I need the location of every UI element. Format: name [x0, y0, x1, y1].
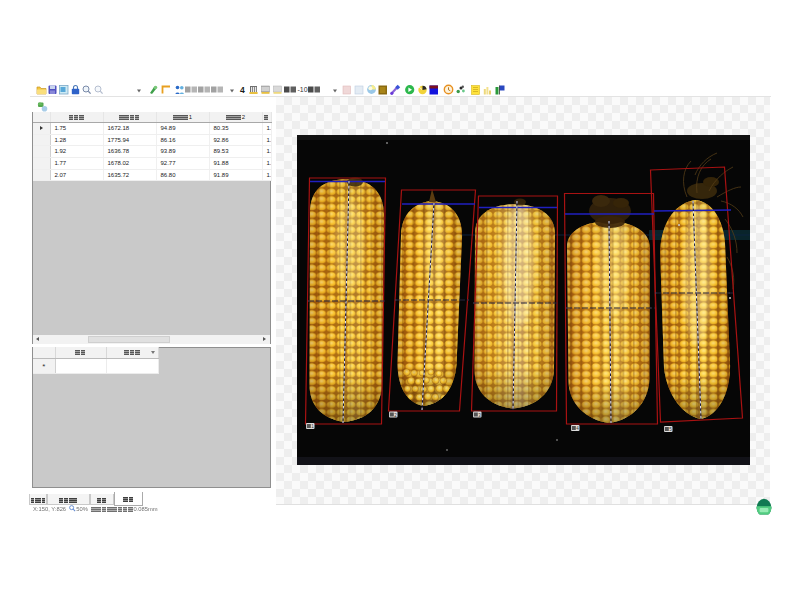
svg-text:4: 4 [240, 85, 245, 95]
svg-text:-10: -10 [298, 86, 308, 93]
